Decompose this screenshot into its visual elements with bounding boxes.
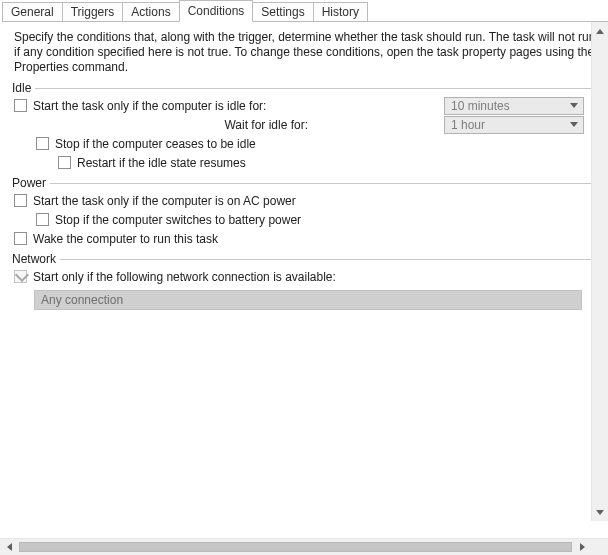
task-conditions-panel: General Triggers Actions Conditions Sett… — [0, 0, 608, 555]
scroll-left-button[interactable] — [0, 539, 17, 555]
chevron-down-icon — [567, 99, 581, 113]
combo-idle-wait-value: 1 hour — [451, 118, 485, 132]
checkbox-wake-to-run[interactable] — [14, 232, 27, 245]
power-header: Power — [12, 176, 50, 190]
label-wait-for-idle: Wait for idle for: — [224, 118, 308, 132]
scroll-down-button[interactable] — [592, 504, 608, 521]
tab-settings[interactable]: Settings — [252, 2, 313, 22]
tabstrip: General Triggers Actions Conditions Sett… — [0, 0, 608, 22]
checkbox-stop-ceases-idle[interactable] — [36, 137, 49, 150]
combo-idle-wait[interactable]: 1 hour — [444, 116, 584, 134]
tab-conditions[interactable]: Conditions — [179, 0, 254, 22]
idle-section: Idle Start the task only if the computer… — [14, 81, 606, 174]
content-area: Specify the conditions that, along with … — [0, 22, 608, 555]
tab-history[interactable]: History — [313, 2, 368, 22]
chevron-down-icon — [567, 118, 581, 132]
tabstrip-spacer — [367, 2, 608, 22]
horizontal-scrollbar-track[interactable] — [17, 539, 574, 555]
idle-header: Idle — [12, 81, 35, 95]
description-line: if any condition specified here is not t… — [14, 45, 606, 60]
label-start-only-network: Start only if the following network conn… — [33, 270, 336, 284]
power-section: Power Start the task only if the compute… — [14, 176, 606, 250]
combo-idle-duration[interactable]: 10 minutes — [444, 97, 584, 115]
label-stop-ceases-idle: Stop if the computer ceases to be idle — [55, 137, 256, 151]
label-start-only-ac: Start the task only if the computer is o… — [33, 194, 296, 208]
label-start-only-idle: Start the task only if the computer is i… — [33, 99, 266, 113]
section-rule — [50, 183, 606, 184]
checkbox-start-only-network[interactable] — [14, 270, 27, 283]
scrollbar-corner — [591, 539, 608, 555]
tab-triggers[interactable]: Triggers — [62, 2, 124, 22]
horizontal-scrollbar[interactable] — [0, 538, 608, 555]
combo-network-connection-value: Any connection — [41, 293, 123, 307]
checkbox-restart-idle-resumes[interactable] — [58, 156, 71, 169]
description-line: Specify the conditions that, along with … — [14, 30, 606, 45]
combo-network-connection[interactable]: Any connection — [34, 290, 582, 310]
label-restart-idle-resumes: Restart if the idle state resumes — [77, 156, 246, 170]
checkbox-stop-on-battery[interactable] — [36, 213, 49, 226]
label-wake-to-run: Wake the computer to run this task — [33, 232, 218, 246]
checkbox-start-only-ac[interactable] — [14, 194, 27, 207]
network-section: Network Start only if the following netw… — [14, 252, 606, 312]
network-header: Network — [12, 252, 60, 266]
conditions-description: Specify the conditions that, along with … — [14, 30, 606, 75]
vertical-scrollbar[interactable] — [591, 22, 608, 521]
tab-general[interactable]: General — [2, 2, 63, 22]
scroll-right-button[interactable] — [574, 539, 591, 555]
combo-idle-duration-value: 10 minutes — [451, 99, 510, 113]
horizontal-scrollbar-thumb[interactable] — [19, 542, 572, 552]
scroll-up-button[interactable] — [592, 22, 608, 39]
description-line: Properties command. — [14, 60, 606, 75]
checkbox-start-only-idle[interactable] — [14, 99, 27, 112]
label-stop-on-battery: Stop if the computer switches to battery… — [55, 213, 301, 227]
vertical-scrollbar-track[interactable] — [592, 39, 608, 504]
section-rule — [60, 259, 606, 260]
tab-actions[interactable]: Actions — [122, 2, 179, 22]
section-rule — [35, 88, 606, 89]
